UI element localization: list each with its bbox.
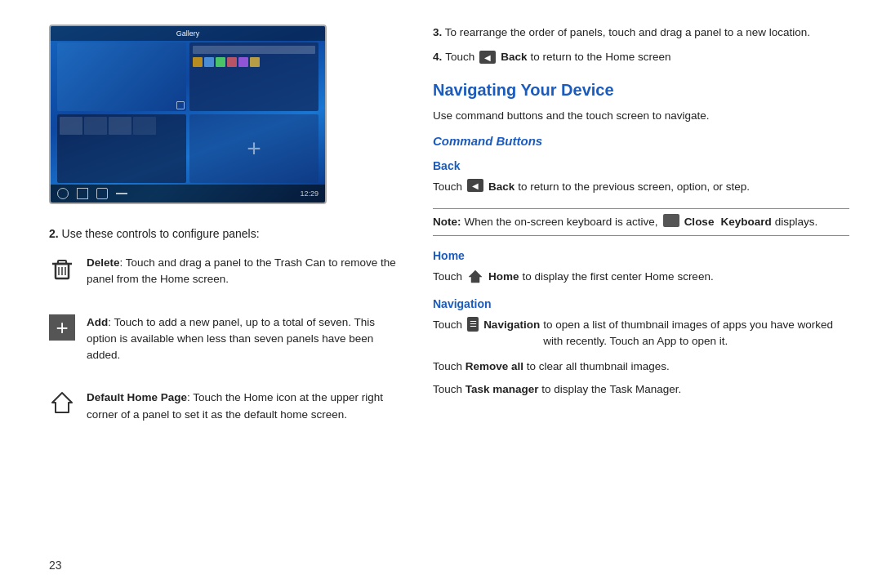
device-screenshot: Gallery — [49, 24, 327, 204]
control-add: + Add: Touch to add a new panel, up to a… — [49, 314, 400, 364]
device-bottom-bar: 12:29 — [51, 185, 325, 203]
svg-marker-18 — [52, 393, 72, 412]
home-subsection-title: Home — [433, 249, 849, 262]
back-icon-desc — [467, 179, 483, 192]
step4: 4. Touch Back to return to the Home scre… — [433, 49, 849, 65]
right-column: 3. To rearrange the order of panels, tou… — [433, 24, 849, 564]
command-buttons-label: Command Buttons — [433, 134, 849, 148]
svg-marker-19 — [469, 270, 482, 283]
left-column: Gallery — [49, 24, 400, 564]
remove-all-text: Touch Remove all to clear all thumbnail … — [433, 358, 849, 376]
page-number: 23 — [49, 559, 62, 572]
back-description: Touch Back to return to the previous scr… — [433, 179, 849, 195]
add-icon: + — [49, 314, 75, 341]
svg-rect-14 — [58, 261, 66, 264]
home-description: Touch Home to display the first center H… — [433, 269, 849, 285]
task-manager-text: Touch Task manager to display the Task M… — [433, 381, 849, 399]
step3: 3. To rearrange the order of panels, tou… — [433, 24, 849, 41]
back-icon-step4 — [479, 51, 496, 64]
screen-title: Gallery — [176, 29, 200, 38]
section-title: Navigating Your Device — [433, 81, 849, 100]
close-keyboard-icon — [663, 214, 679, 227]
navigation-subsection-title: Navigation — [433, 297, 849, 310]
control-default-home: Default Home Page: Touch the Home icon a… — [49, 390, 400, 423]
home-icon-desc — [467, 269, 483, 283]
control-delete: Delete: Touch and drag a panel to the Tr… — [49, 255, 400, 288]
delete-icon — [49, 255, 75, 281]
navigation-description: Touch ☰ Navigation to open a list of thu… — [433, 317, 849, 350]
section-intro: Use command buttons and the touch screen… — [433, 108, 849, 124]
back-subsection-title: Back — [433, 159, 849, 172]
default-home-icon — [49, 390, 75, 416]
navigation-icon-desc: ☰ — [467, 317, 479, 332]
note-box: Note: When the on-screen keyboard is act… — [433, 208, 849, 236]
status-time: 12:29 — [300, 189, 318, 198]
step2-intro: 2. Use these controls to configure panel… — [49, 227, 400, 240]
